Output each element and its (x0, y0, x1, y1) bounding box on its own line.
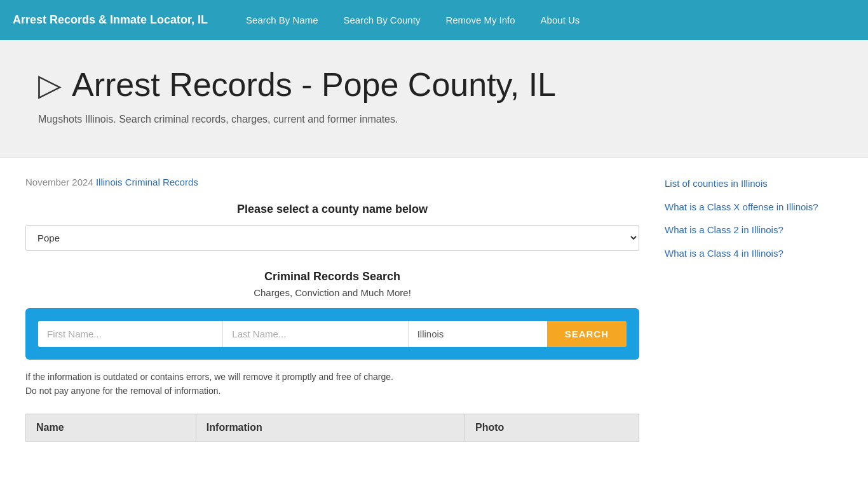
search-subtitle: Charges, Conviction and Much More! (25, 287, 639, 298)
sidebar-link-class4[interactable]: What is a Class 4 in Illinois? (665, 247, 843, 261)
search-box: SEARCH (25, 308, 639, 360)
disclaimer-line2: Do not pay anyone for the removal of inf… (25, 386, 220, 396)
navbar: Arrest Records & Inmate Locator, IL Sear… (0, 0, 868, 40)
table-header: Name Information Photo (26, 414, 639, 441)
main-wrapper: November 2024 Illinois Criminal Records … (0, 158, 868, 461)
col-name: Name (26, 414, 196, 441)
nav-links: Search By Name Search By County Remove M… (233, 0, 592, 40)
sidebar-link-classx[interactable]: What is a Class X offense in Illinois? (665, 200, 843, 215)
disclaimer-line1: If the information is outdated or contai… (25, 372, 393, 382)
search-button[interactable]: SEARCH (547, 321, 627, 347)
last-name-input[interactable] (223, 321, 408, 347)
content-area: November 2024 Illinois Criminal Records … (25, 177, 639, 442)
nav-link-remove-my-info[interactable]: Remove My Info (433, 0, 527, 40)
table-header-row: Name Information Photo (26, 414, 639, 441)
results-table: Name Information Photo (25, 414, 639, 442)
sidebar-link-counties[interactable]: List of counties in Illinois (665, 177, 843, 191)
date-text: November 2024 (25, 177, 93, 187)
nav-link-search-by-name[interactable]: Search By Name (233, 0, 330, 40)
first-name-input[interactable] (38, 321, 223, 347)
sidebar: List of counties in Illinois What is a C… (665, 177, 843, 442)
county-section: Please select a county name below Pope A… (25, 203, 639, 251)
hero-subtitle: Mugshots Illinois. Search criminal recor… (38, 114, 830, 125)
nav-link-about-us[interactable]: About Us (528, 0, 593, 40)
search-title: Criminal Records Search (25, 270, 639, 283)
search-inputs-row: SEARCH (38, 321, 627, 347)
nav-link-search-by-county[interactable]: Search By County (330, 0, 433, 40)
page-title-text: Arrest Records - Pope County, IL (72, 65, 556, 104)
date-line: November 2024 Illinois Criminal Records (25, 177, 639, 187)
county-label: Please select a county name below (25, 203, 639, 216)
search-section: Criminal Records Search Charges, Convict… (25, 270, 639, 298)
play-icon: ▷ (38, 67, 62, 102)
county-select[interactable]: Pope Adams Alexander Bond Boone Brown Bu… (25, 225, 639, 251)
col-photo: Photo (465, 414, 639, 441)
nav-brand: Arrest Records & Inmate Locator, IL (13, 13, 208, 27)
page-title: ▷ Arrest Records - Pope County, IL (38, 65, 830, 104)
sidebar-link-class2[interactable]: What is a Class 2 in Illinois? (665, 223, 843, 238)
col-information: Information (196, 414, 465, 441)
state-input[interactable] (409, 321, 547, 347)
disclaimer: If the information is outdated or contai… (25, 370, 639, 398)
criminal-records-link[interactable]: Illinois Criminal Records (96, 177, 198, 187)
hero-section: ▷ Arrest Records - Pope County, IL Mugsh… (0, 40, 868, 158)
